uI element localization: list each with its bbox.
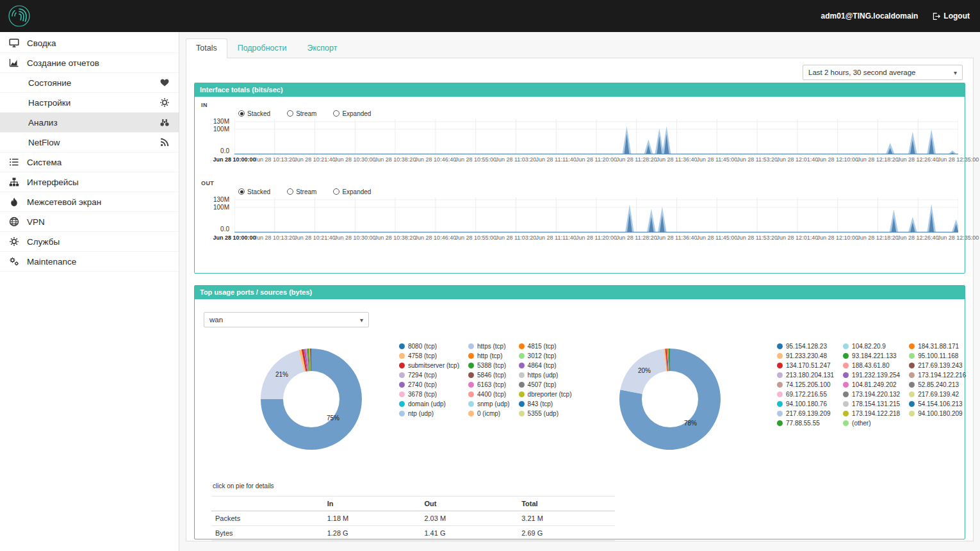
sidebar-item-interfaces[interactable]: Интерфейсы: [0, 172, 179, 192]
sidebar-item-label: NetFlow: [28, 138, 159, 147]
sidebar-item-dashboard[interactable]: Сводка: [0, 33, 179, 53]
ports-pie-chart[interactable]: 75%21%: [260, 348, 363, 450]
y-axis-tick: 100M: [213, 204, 229, 211]
sidebar-item-netflow[interactable]: NetFlow: [0, 133, 179, 152]
sources-legend-item[interactable]: 184.31.88.171: [909, 341, 966, 351]
out-mode-radio-stream[interactable]: Stream: [287, 187, 316, 196]
sources-legend-item[interactable]: 91.233.230.48: [777, 351, 834, 361]
sources-legend-item[interactable]: 94.100.180.209: [909, 409, 966, 418]
ports-legend-item[interactable]: 5355 (udp): [519, 409, 572, 418]
ports-legend-item[interactable]: ntp (udp): [399, 409, 459, 418]
sources-legend-item[interactable]: 217.69.139.209: [777, 409, 834, 418]
sources-legend-item[interactable]: 95.100.11.168: [909, 351, 966, 361]
tab-totals[interactable]: Totals: [186, 38, 227, 58]
ports-legend-item[interactable]: submitserver (tcp): [399, 361, 459, 370]
interface-select[interactable]: wan ▾: [204, 312, 369, 327]
in-traffic-chart[interactable]: [234, 119, 958, 154]
x-axis-tick: Jun 28 12:18:20: [857, 234, 899, 241]
legend-dot: [519, 372, 525, 378]
ports-legend-item[interactable]: 4400 (tcp): [468, 390, 510, 399]
ports-legend-item[interactable]: 7294 (tcp): [399, 370, 459, 380]
table-cell: 1.41 G: [420, 526, 518, 541]
sidebar-item-maintenance[interactable]: Maintenance: [0, 252, 179, 272]
tab-details[interactable]: Подробности: [227, 38, 297, 58]
sidebar-item-insight[interactable]: Анализ: [0, 113, 179, 133]
legend-dot: [777, 353, 783, 359]
ports-legend-item[interactable]: 8080 (tcp): [399, 341, 459, 351]
sidebar-item-firewall[interactable]: Межсетевой экран: [0, 192, 179, 212]
sources-legend-item[interactable]: 77.88.55.55: [777, 418, 834, 428]
in-mode-radio-expanded[interactable]: Expanded: [333, 109, 371, 118]
legend-dot: [909, 363, 915, 368]
ports-legend-item[interactable]: domain (udp): [399, 399, 459, 409]
sidebar-item-label: Maintenance: [27, 257, 76, 267]
in-mode-radio-stream[interactable]: Stream: [287, 109, 316, 118]
ports-legend-item[interactable]: 4864 (tcp): [519, 361, 572, 370]
sidebar-item-settings[interactable]: Настройки: [0, 93, 179, 113]
legend-label: 191.232.139.254: [852, 372, 900, 379]
ports-legend-item[interactable]: http (tcp): [468, 351, 510, 361]
sources-legend-item[interactable]: 191.232.139.254: [843, 370, 900, 380]
ports-legend-item[interactable]: 6163 (tcp): [468, 380, 510, 390]
sidebar-item-health[interactable]: Состояние: [0, 73, 179, 93]
ports-legend-item[interactable]: 4507 (tcp): [519, 380, 572, 390]
sources-legend-item[interactable]: 54.154.106.213: [909, 399, 966, 409]
legend-label: 173.194.122.216: [918, 372, 966, 379]
sidebar-item-services[interactable]: Службы: [0, 232, 179, 252]
ports-legend-item[interactable]: 843 (tcp): [519, 399, 572, 409]
ports-legend-item[interactable]: https (tcp): [468, 341, 510, 351]
sources-legend-item[interactable]: 134.170.51.247: [777, 361, 834, 370]
ports-legend-item[interactable]: snmp (udp): [468, 399, 510, 409]
ports-legend-item[interactable]: 3678 (tcp): [399, 390, 459, 399]
out-traffic-chart[interactable]: [234, 197, 958, 233]
sources-legend-item[interactable]: 217.69.139.42: [909, 390, 966, 399]
ports-legend-item[interactable]: 5846 (tcp): [468, 370, 510, 380]
table-row-label: Packets: [211, 511, 323, 526]
table-row: Bytes1.28 G1.41 G2.69 G: [211, 526, 615, 541]
top-usage-panel: Top usage ports / sources (bytes) wan ▾ …: [194, 285, 965, 539]
sources-legend-item[interactable]: 217.69.139.243: [909, 361, 966, 370]
out-mode-radio-expanded[interactable]: Expanded: [333, 187, 371, 196]
tab-export[interactable]: Экспорт: [297, 38, 348, 58]
sources-legend-item[interactable]: 104.81.249.202: [843, 380, 900, 390]
ports-legend-item[interactable]: 4758 (tcp): [399, 351, 459, 361]
legend-dot: [777, 391, 783, 397]
legend-dot: [777, 382, 783, 388]
ports-legend-item[interactable]: dbreporter (tcp): [519, 390, 572, 399]
x-axis-tick: Jun 28 10:00:00: [213, 156, 256, 163]
ports-legend-item[interactable]: 3012 (tcp): [519, 351, 572, 361]
sources-legend-item[interactable]: 173.194.122.216: [909, 370, 966, 380]
ports-legend-item[interactable]: 4815 (tcp): [519, 341, 572, 351]
time-range-select[interactable]: Last 2 hours, 30 second average ▾: [803, 65, 963, 80]
sources-legend-item[interactable]: (other): [843, 418, 900, 428]
sources-legend-item[interactable]: 94.100.180.76: [777, 399, 834, 409]
out-mode-radio-stacked[interactable]: Stacked: [238, 187, 270, 196]
legend-dot: [843, 363, 849, 368]
sources-legend-item[interactable]: 188.43.61.80: [843, 361, 900, 370]
sources-legend-item[interactable]: 52.85.240.213: [909, 380, 966, 390]
ports-legend-item[interactable]: 5388 (tcp): [468, 361, 510, 370]
ports-legend-item[interactable]: https (udp): [519, 370, 572, 380]
sidebar-item-system[interactable]: Система: [0, 152, 179, 172]
sources-legend-item[interactable]: 69.172.216.55: [777, 390, 834, 399]
ports-legend-item[interactable]: 0 (icmp): [468, 409, 510, 418]
legend-label: submitserver (tcp): [408, 362, 459, 369]
radio-circle: [287, 110, 293, 117]
in-mode-radio-stacked[interactable]: Stacked: [238, 109, 270, 118]
sources-legend-item[interactable]: 173.194.122.218: [843, 409, 900, 418]
sources-legend-item[interactable]: 213.180.204.131: [777, 370, 834, 380]
sidebar-item-reporting[interactable]: Создание отчетов: [0, 53, 179, 73]
legend-label: 94.100.180.76: [786, 400, 827, 407]
sources-legend-item[interactable]: 95.154.128.23: [777, 341, 834, 351]
ports-legend-item[interactable]: 2740 (tcp): [399, 380, 459, 390]
sources-legend-item[interactable]: 93.184.221.133: [843, 351, 900, 361]
legend-label: https (tcp): [477, 343, 505, 350]
logout-button[interactable]: Logout: [932, 12, 970, 21]
sources-legend-item[interactable]: 104.82.20.9: [843, 341, 900, 351]
sources-legend-item[interactable]: 173.194.220.132: [843, 390, 900, 399]
sources-pie-chart[interactable]: 78%20%: [619, 348, 721, 450]
sidebar-item-vpn[interactable]: VPN: [0, 212, 179, 232]
app-logo[interactable]: [8, 4, 31, 28]
sources-legend-item[interactable]: 74.125.205.100: [777, 380, 834, 390]
sources-legend-item[interactable]: 178.154.131.215: [843, 399, 900, 409]
